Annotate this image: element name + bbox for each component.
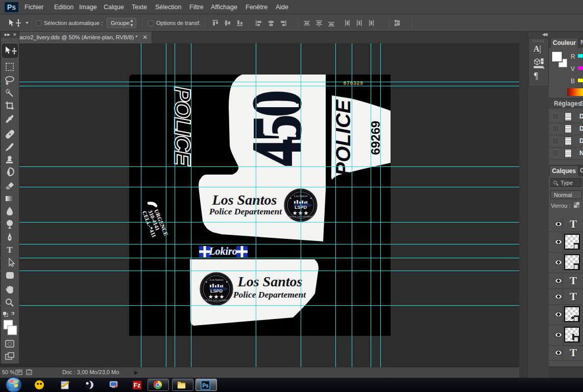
- svg-text:Police Departement: Police Departement: [209, 206, 283, 216]
- svg-text:Los Santos: Los Santos: [212, 192, 277, 208]
- svg-text:Fz: Fz: [134, 382, 140, 389]
- svg-text:★: ★: [289, 197, 292, 200]
- svg-text:Lokiro: Lokiro: [208, 246, 237, 257]
- svg-text:★: ★: [310, 197, 312, 200]
- svg-text:450: 450: [239, 92, 315, 166]
- svg-text:Los Santos: Los Santos: [237, 274, 303, 289]
- svg-text:T: T: [7, 245, 13, 255]
- svg-text:Police Departement: Police Departement: [233, 289, 307, 300]
- svg-text:Ps: Ps: [202, 383, 209, 388]
